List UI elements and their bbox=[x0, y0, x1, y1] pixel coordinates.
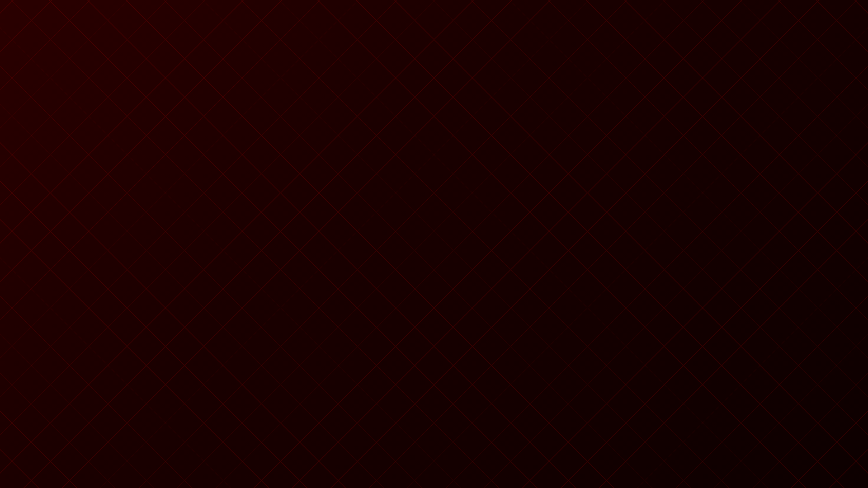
bg-lines bbox=[0, 0, 868, 488]
main-container: ROG UEFI BIOS Utility – Advanced Mode 01… bbox=[0, 0, 868, 488]
